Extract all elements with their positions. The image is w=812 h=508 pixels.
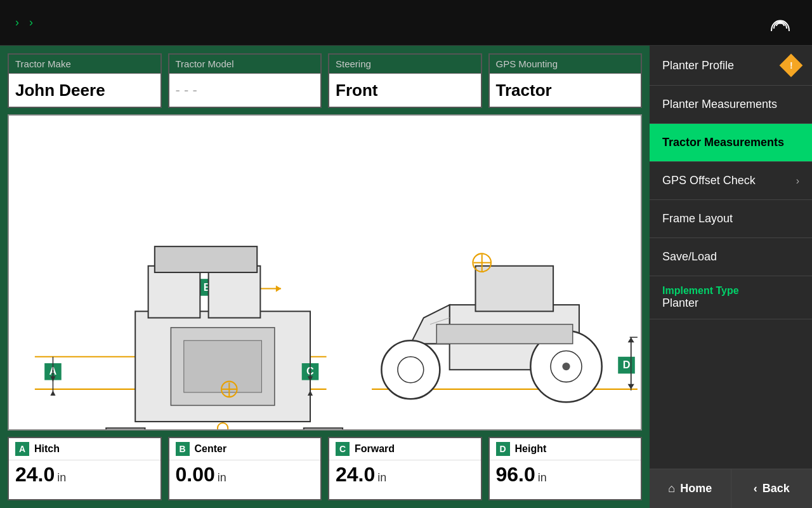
home-icon: ⌂ (668, 482, 675, 495)
implement-type-value: Planter (662, 297, 799, 310)
svg-point-47 (562, 363, 570, 370)
meas-value-row-D: 96.0 in (490, 460, 641, 489)
field-card-tractor-make[interactable]: Tractor Make John Deere (8, 53, 162, 108)
home-label: Home (680, 482, 712, 495)
meas-name-D: Height (515, 443, 547, 455)
svg-text:D: D (623, 359, 631, 370)
implement-type-section: Implement Type Planter (650, 276, 812, 319)
meas-header-A: A Hitch (9, 438, 160, 460)
implement-type-label: Implement Type (662, 285, 799, 297)
home-button[interactable]: ⌂ Home (650, 469, 731, 508)
field-label-tractor-make: Tractor Make (9, 55, 160, 74)
field-value-tractor-make: John Deere (9, 74, 160, 107)
meas-value-D: 96.0 (496, 463, 535, 486)
meas-value-row-A: 24.0 in (9, 460, 160, 489)
sidebar: Planter Profile ! Planter Measurements T… (650, 46, 812, 508)
svg-marker-53 (628, 337, 634, 342)
meas-value-A: 24.0 (15, 463, 55, 486)
sidebar-item-save-load[interactable]: Save/Load (650, 238, 812, 276)
svg-marker-7 (276, 285, 281, 291)
sidebar-item-label-gps-offset-check: GPS Offset Check (662, 174, 796, 187)
field-label-tractor-model: Tractor Model (169, 55, 321, 74)
svg-marker-27 (50, 391, 55, 396)
meas-value-row-B: 0.00 in (169, 460, 321, 489)
meas-header-D: D Height (490, 438, 641, 460)
svg-marker-54 (628, 384, 634, 389)
svg-point-18 (218, 423, 228, 429)
meas-card-B[interactable]: B Center 0.00 in (168, 437, 322, 500)
svg-rect-17 (304, 428, 343, 429)
meas-badge-C: C (336, 442, 350, 456)
field-card-steering[interactable]: Steering Front (328, 53, 482, 108)
chevron-icon: › (796, 175, 799, 187)
sidebar-item-label-planter-profile: Planter Profile (662, 59, 783, 72)
svg-rect-16 (106, 428, 145, 429)
back-chevron-icon: ‹ (754, 482, 757, 495)
sidebar-item-frame-layout[interactable]: Frame Layout (650, 200, 812, 238)
meas-name-C: Forward (355, 443, 395, 455)
measurement-row: A Hitch 24.0 in B Center 0.00 in C Forwa… (8, 437, 642, 500)
content-area: Tractor Make John Deere Tractor Model - … (0, 46, 650, 508)
svg-rect-48 (436, 324, 573, 344)
meas-unit-D: in (538, 471, 547, 485)
sidebar-item-tractor-measurements[interactable]: Tractor Measurements (650, 124, 812, 162)
meas-badge-B: B (176, 442, 190, 456)
svg-rect-13 (155, 246, 257, 272)
warning-icon: ! (780, 54, 803, 77)
meas-card-C[interactable]: C Forward 24.0 in (328, 437, 482, 500)
svg-rect-40 (476, 266, 554, 312)
meas-header-B: B Center (169, 438, 321, 460)
meas-value-C: 24.0 (336, 463, 375, 486)
svg-point-43 (381, 340, 440, 399)
field-card-gps-mounting[interactable]: GPS Mounting Tractor (488, 53, 643, 108)
meas-name-A: Hitch (34, 443, 60, 455)
signal-icon (769, 10, 792, 36)
field-value-gps-mounting: Tractor (490, 74, 641, 107)
meas-value-row-C: 24.0 in (329, 460, 481, 489)
meas-badge-A: A (15, 442, 29, 456)
meas-card-A[interactable]: A Hitch 24.0 in (8, 437, 162, 500)
meas-unit-C: in (377, 471, 386, 485)
field-label-gps-mounting: GPS Mounting (490, 55, 641, 74)
meas-value-B: 0.00 (176, 463, 215, 486)
svg-rect-11 (148, 266, 200, 318)
field-value-steering: Front (329, 74, 481, 107)
main-layout: Tractor Make John Deere Tractor Model - … (0, 46, 812, 508)
field-value-tractor-model: - - - (169, 74, 321, 107)
sidebar-item-label-save-load: Save/Load (662, 250, 799, 264)
sidebar-item-label-frame-layout: Frame Layout (662, 212, 799, 225)
meas-card-D[interactable]: D Height 96.0 in (488, 437, 643, 500)
sidebar-item-gps-offset-check[interactable]: GPS Offset Check › (650, 162, 812, 200)
meas-unit-A: in (57, 471, 66, 485)
meas-unit-B: in (218, 471, 226, 485)
sidebar-item-label-planter-measurements: Planter Measurements (662, 98, 799, 111)
field-label-steering: Steering (329, 55, 481, 74)
back-label: Back (763, 482, 790, 495)
breadcrumb-arrow-1: › (15, 16, 19, 29)
back-button[interactable]: ‹ Back (731, 469, 813, 508)
sidebar-item-label-tractor-measurements: Tractor Measurements (662, 136, 799, 149)
field-card-tractor-model[interactable]: Tractor Model - - - (168, 53, 322, 108)
diagram-area[interactable]: B (8, 114, 642, 431)
top-bar: › › (0, 0, 812, 46)
sidebar-bottom-nav: ⌂ Home ‹ Back (650, 469, 812, 508)
fields-row: Tractor Make John Deere Tractor Model - … (8, 53, 642, 108)
sidebar-item-planter-measurements[interactable]: Planter Measurements (650, 86, 812, 124)
top-bar-right (759, 10, 802, 36)
meas-badge-D: D (496, 442, 510, 456)
meas-name-B: Center (195, 443, 227, 455)
breadcrumb: › › (10, 16, 759, 29)
svg-rect-12 (209, 266, 261, 318)
sidebar-item-planter-profile[interactable]: Planter Profile ! (650, 46, 812, 86)
breadcrumb-arrow-2: › (29, 16, 33, 29)
meas-header-C: C Forward (329, 438, 481, 460)
